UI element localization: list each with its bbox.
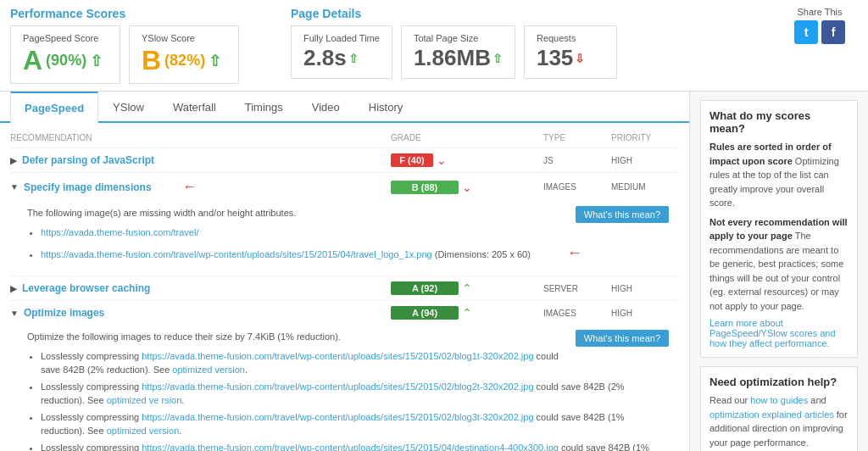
whats-this-btn-1[interactable]: What's this mean? [576, 206, 669, 223]
twitter-share-button[interactable]: t [794, 20, 818, 44]
image-dim-chevron-icon: ⌄ [462, 181, 472, 194]
requests-label: Requests [537, 33, 604, 43]
defer-js-grade: F (40) [391, 153, 433, 167]
recommendations-table: RECOMMENDATION GRADE TYPE PRIORITY ▶ Def… [0, 128, 689, 451]
scores-meaning-p2-text: The recommendations are meant to be gene… [709, 231, 843, 311]
list-item: Losslessly compressing https://avada.the… [41, 441, 669, 452]
scores-meaning-box: What do my scores mean? Rules are sorted… [700, 100, 858, 358]
pagespeed-card: PageSpeed Score A (90%) ⇧ [10, 25, 120, 84]
defer-js-chevron-icon: ⌄ [437, 153, 447, 167]
row-image-dimensions-header: ▼ Specify image dimensions ← B (88) ⌄ IM… [10, 173, 679, 201]
image-dim-link-2[interactable]: https://avada.theme-fusion.com/travel/wp… [41, 249, 432, 259]
tabs-container: PageSpeed YSlow Waterfall Timings Video … [0, 92, 689, 123]
row-image-dimensions: ▼ Specify image dimensions ← B (88) ⌄ IM… [10, 173, 679, 276]
browser-caching-priority: HIGH [611, 284, 679, 293]
opt-img-optimized-1[interactable]: optimized version [172, 365, 245, 375]
optimize-images-detail-text: Optimize the following images to reduce … [27, 330, 669, 344]
details-grid: Fully Loaded Time 2.8s ⇧ Total Page Size… [291, 25, 765, 79]
browser-caching-chevron-icon: ⌃ [462, 281, 472, 295]
share-icons-container: t f [782, 20, 858, 47]
image-dim-type: IMAGES [543, 182, 611, 192]
size-number: 1.86MB [414, 45, 491, 71]
optimize-images-chevron-icon: ⌃ [462, 306, 472, 320]
optimize-images-detail: What's this mean? Optimize the following… [10, 325, 679, 451]
defer-js-label: Defer parsing of JavaScript [22, 154, 154, 166]
whats-this-btn-2[interactable]: What's this mean? [576, 330, 669, 347]
image-dim-link-1[interactable]: https://avada.theme-fusion.com/travel/ [41, 227, 198, 237]
image-dim-link-2-suffix: (Dimensions: 205 x 60) [435, 249, 531, 259]
image-dim-label: Specify image dimensions [24, 181, 152, 193]
list-item: https://avada.theme-fusion.com/travel/ [41, 226, 669, 240]
row-defer-js-header: ▶ Defer parsing of JavaScript F (40) ⌄ J… [10, 148, 679, 172]
opt-img-optimized-3[interactable]: optimized version [107, 426, 180, 436]
scores-meaning-p2-strong: Not every recommendation will apply to y… [709, 217, 848, 242]
optimize-images-grade: A (94) [391, 306, 459, 320]
page-details-section: Page Details Fully Loaded Time 2.8s ⇧ To… [291, 7, 765, 79]
scores-grid: PageSpeed Score A (90%) ⇧ YSlow Score B … [10, 25, 239, 84]
defer-js-title[interactable]: ▶ Defer parsing of JavaScript [10, 154, 391, 166]
requests-arrow-icon: ⇩ [575, 52, 585, 65]
browser-caching-grade: A (92) [391, 281, 459, 295]
tab-yslow[interactable]: YSlow [98, 92, 159, 123]
right-panel: What do my scores mean? Rules are sorted… [690, 92, 868, 451]
main-content: PageSpeed YSlow Waterfall Timings Video … [0, 92, 868, 451]
red-arrow-annotation-1: ← [182, 178, 198, 196]
list-item: Losslessly compressing https://avada.the… [41, 349, 669, 377]
browser-caching-label: Leverage browser caching [22, 282, 150, 294]
image-dim-grade-bar: B (88) ⌄ [391, 181, 543, 194]
optimize-images-label: Optimize images [24, 307, 104, 319]
optimization-help-title: Need optimization help? [709, 376, 849, 388]
defer-js-triangle-icon: ▶ [10, 156, 17, 165]
yslow-value: B (82%) ⇧ [142, 45, 226, 76]
opt-img-optimized-2[interactable]: optimized ve rsion [107, 395, 182, 405]
opt-img-link-1[interactable]: https://avada.theme-fusion.com/travel/wp… [142, 351, 533, 361]
share-label: Share This [782, 7, 858, 17]
optimization-explained-link[interactable]: optimization explained articles [709, 409, 834, 420]
loaded-label: Fully Loaded Time [303, 33, 380, 43]
size-label: Total Page Size [414, 33, 503, 43]
image-dim-title[interactable]: ▼ Specify image dimensions ← [10, 178, 391, 196]
col-grade: GRADE [391, 133, 543, 142]
yslow-arrow-icon: ⇧ [209, 52, 221, 70]
opt-img-link-3[interactable]: https://avada.theme-fusion.com/travel/wp… [142, 412, 533, 422]
page-size-card: Total Page Size 1.86MB ⇧ [401, 25, 515, 79]
browser-caching-triangle-icon: ▶ [10, 284, 17, 293]
facebook-share-button[interactable]: f [821, 20, 845, 44]
list-item: Losslessly compressing https://avada.the… [41, 410, 669, 438]
browser-caching-title[interactable]: ▶ Leverage browser caching [10, 282, 391, 294]
scores-meaning-link[interactable]: Learn more about PageSpeed/YSlow scores … [709, 318, 836, 348]
opt-img-link-4[interactable]: https://avada.theme-fusion.com/travel/wp… [142, 443, 559, 452]
optimize-images-list: Losslessly compressing https://avada.the… [27, 349, 669, 452]
row-browser-caching: ▶ Leverage browser caching A (92) ⌃ SERV… [10, 276, 679, 301]
row-defer-js: ▶ Defer parsing of JavaScript F (40) ⌄ J… [10, 148, 679, 173]
scores-meaning-p2: Not every recommendation will apply to y… [709, 215, 849, 314]
optimize-images-title[interactable]: ▼ Optimize images [10, 307, 391, 319]
scores-meaning-title: What do my scores mean? [709, 109, 849, 135]
image-dim-grade: B (88) [391, 181, 459, 194]
requests-value: 135 ⇩ [537, 45, 604, 71]
pagespeed-label: PageSpeed Score [23, 33, 108, 43]
optimize-images-priority: HIGH [611, 309, 679, 318]
tab-video[interactable]: Video [298, 92, 354, 123]
tab-waterfall[interactable]: Waterfall [159, 92, 231, 123]
how-to-guides-link[interactable]: how to guides [750, 395, 808, 405]
image-dim-links: https://avada.theme-fusion.com/travel/ h… [27, 226, 669, 265]
browser-caching-grade-bar: A (92) ⌃ [391, 281, 543, 295]
perf-scores-title: Performance Scores [10, 7, 239, 20]
requests-card: Requests 135 ⇩ [524, 25, 617, 79]
pagespeed-letter: A [23, 45, 42, 76]
red-arrow-annotation-2: ← [567, 244, 582, 261]
tab-pagespeed[interactable]: PageSpeed [10, 92, 98, 123]
tab-history[interactable]: History [354, 92, 417, 123]
pagespeed-pct: (90%) [46, 52, 86, 70]
tab-timings[interactable]: Timings [231, 92, 298, 123]
col-type: TYPE [543, 133, 611, 142]
image-dim-detail: What's this mean? The following image(s)… [10, 201, 679, 276]
pagespeed-arrow-icon: ⇧ [90, 52, 103, 70]
opt-img-link-2[interactable]: https://avada.theme-fusion.com/travel/wp… [142, 381, 533, 392]
row-browser-caching-header: ▶ Leverage browser caching A (92) ⌃ SERV… [10, 276, 679, 300]
list-item: Losslessly compressing https://avada.the… [41, 380, 669, 408]
loaded-arrow-icon: ⇧ [348, 52, 359, 65]
browser-caching-type: SERVER [543, 284, 611, 293]
scores-meaning-p1: Rules are sorted in order of impact upon… [709, 140, 849, 210]
